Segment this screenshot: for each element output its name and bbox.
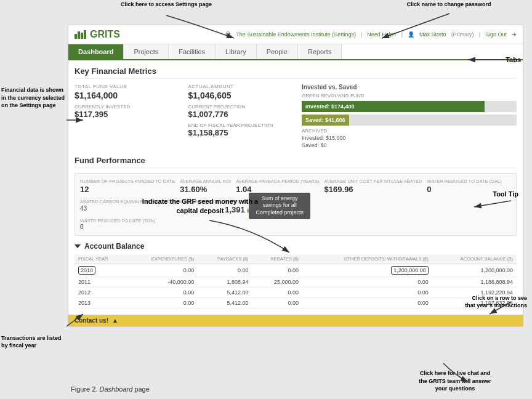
- perf-payback-label: AVERAGE PAYBACK PERIOD (YEARS): [236, 179, 319, 185]
- perf-water-label: WATER REDUCED TO DATE (GAL): [427, 179, 501, 185]
- fund-performance-section: NUMBER OF PROJECTS FUNDED TO DATE 12 AVE…: [75, 173, 517, 236]
- table-row[interactable]: 2010 0.00 0.00 0.00 1,200,000.00 1,200,0…: [75, 264, 517, 277]
- cell-payback: 1,808.94: [198, 277, 252, 288]
- main-ui-panel: GRITS 🏛 The Sustainable Endowments Insti…: [68, 25, 523, 327]
- cell-year: 2012: [75, 288, 127, 298]
- fund-perf-title: Fund Performance: [75, 156, 517, 168]
- col-expenditures: EXPENDITURES ($): [127, 254, 198, 264]
- annotation-password-text: Click name to change password: [406, 1, 491, 7]
- cell-payback: 5,412.00: [198, 288, 252, 298]
- signout-arrow-icon: ➜: [512, 31, 517, 38]
- tab-dashboard[interactable]: Dashboard: [68, 44, 124, 59]
- account-header: Account Balance: [75, 242, 517, 251]
- perf-projects: NUMBER OF PROJECTS FUNDED TO DATE 12: [80, 179, 175, 194]
- current-projection-value: $1,007,776: [188, 110, 296, 119]
- user-icon: 👤: [408, 31, 414, 38]
- invested-bar-label: Invested: $174,400: [305, 103, 355, 110]
- annotation-financial-text: Financial data is shown in the currency …: [1, 87, 65, 108]
- cell-rebate: 25,000.00: [252, 277, 302, 288]
- cell-year: 2013: [75, 298, 127, 308]
- perf-payback: AVERAGE PAYBACK PERIOD (YEARS) 1.04: [236, 179, 319, 194]
- grf-title: Invested vs. Saved: [302, 84, 517, 91]
- annotation-tooltip-text: Tool Tip: [493, 190, 518, 198]
- tab-people[interactable]: People: [257, 44, 298, 59]
- fiscal-year-circled: 2010: [78, 266, 95, 275]
- table-row[interactable]: 2012 0.00 5,412.00 0.00 0.00 1,192,220.9…: [75, 288, 517, 298]
- annotation-tooltip: Tool Tip: [493, 190, 518, 198]
- invested-bar-outer: Invested: $174,400: [302, 101, 517, 112]
- col-balance: ACCOUNT BALANCE ($): [432, 254, 517, 264]
- help-link[interactable]: Need Help?: [367, 31, 397, 38]
- invested-bar-container: Invested: $174,400: [302, 101, 517, 112]
- end-fiscal-label: END OF FISCAL YEAR PROJECTION: [188, 123, 296, 128]
- logo: GRITS: [75, 29, 120, 40]
- annotation-password: Click name to change password: [403, 1, 495, 9]
- metrics-grid: TOTAL FUND VALUE $1,164,000 CURRENTLY IN…: [75, 84, 517, 148]
- signout-link[interactable]: Sign Out: [485, 31, 507, 38]
- perf-unit-cost: AVERAGE UNIT COST PER MTCO₂E ABATED $169…: [324, 179, 422, 194]
- logo-bar-3: [81, 33, 83, 39]
- cell-exp: 0.00: [127, 264, 198, 277]
- saved-bar-outer: Saved: $41,606: [302, 115, 517, 126]
- figure-caption: Figure 2. Dashboard page: [71, 385, 150, 393]
- account-table: FISCAL YEAR EXPENDITURES ($) PAYBACKS ($…: [75, 254, 517, 308]
- app-header: GRITS 🏛 The Sustainable Endowments Insti…: [68, 25, 523, 44]
- collapse-icon[interactable]: [75, 244, 81, 248]
- contact-bar[interactable]: Contact us! ▲: [68, 315, 523, 326]
- perf-roi: AVERAGE ANNUAL ROI 31.60%: [180, 179, 231, 194]
- tab-library[interactable]: Library: [216, 44, 257, 59]
- contact-label: Contact us!: [75, 317, 108, 324]
- user-link[interactable]: Max Storto: [419, 31, 446, 38]
- perf-roi-label: AVERAGE ANNUAL ROI: [180, 179, 231, 185]
- annotation-chat: Click here for live chat and the GRITS t…: [415, 369, 495, 393]
- main-content: Key Financial Metrics TOTAL FUND VALUE $…: [68, 60, 523, 315]
- currently-invested-value: $117,395: [75, 110, 182, 119]
- perf-projects-value: 12: [80, 185, 175, 194]
- invested-bar-fill: Invested: $174,400: [302, 101, 485, 112]
- cell-other: 0.00: [302, 277, 432, 288]
- tab-projects[interactable]: Projects: [124, 44, 169, 59]
- cell-rebate: 0.00: [252, 264, 302, 277]
- perf-unit-cost-label: AVERAGE UNIT COST PER MTCO₂E ABATED: [324, 179, 422, 185]
- logo-bar-1: [75, 34, 77, 39]
- annotation-grf: Indicate the GRF seed money with a capit…: [142, 197, 259, 216]
- cell-year: 2011: [75, 277, 127, 288]
- other-deposit-circled: 1,200,000.00: [391, 266, 429, 275]
- cell-other: 0.00: [302, 288, 432, 298]
- header-right: 🏛 The Sustainable Endowments Institute (…: [225, 31, 517, 38]
- cell-payback: 0.00: [198, 264, 252, 277]
- institute-link[interactable]: The Sustainable Endowments Institute (Se…: [236, 31, 356, 38]
- user-badge: (Primary): [451, 31, 474, 38]
- currently-invested-label: CURRENTLY INVESTED: [75, 104, 182, 110]
- annotation-financial: Financial data is shown in the currency …: [1, 86, 66, 110]
- perf-unit-cost-value: $169.96: [324, 185, 422, 194]
- saved-bar-fill: Saved: $41,606: [302, 115, 349, 126]
- cell-exp: -40,000.00: [127, 277, 198, 288]
- tab-facilities[interactable]: Facilities: [169, 44, 216, 59]
- available-label: ACTUAL AMOUNT: [188, 84, 296, 89]
- key-metrics-title: Key Financial Metrics: [75, 66, 517, 79]
- total-fund-label: TOTAL FUND VALUE: [75, 84, 182, 89]
- waste-value: 0: [80, 224, 511, 230]
- col-rebates: REBATES ($): [252, 254, 302, 264]
- nav-tabs: Dashboard Projects Facilities Library Pe…: [68, 44, 523, 60]
- perf-water: WATER REDUCED TO DATE (GAL) 0: [427, 179, 501, 194]
- cell-exp: 0.00: [127, 298, 198, 308]
- institute-icon: 🏛: [225, 31, 231, 38]
- annotation-row-text: Click on a row to see that year's transa…: [465, 295, 527, 309]
- cell-year: 2010: [75, 264, 127, 277]
- logo-bars-icon: [75, 30, 86, 39]
- perf-projects-label: NUMBER OF PROJECTS FUNDED TO DATE: [80, 179, 175, 185]
- annotation-chat-text: Click here for live chat and the GRITS t…: [419, 370, 491, 392]
- col-paybacks: PAYBACKS ($): [198, 254, 252, 264]
- available-value: $1,046,605: [188, 91, 296, 100]
- cell-exp: 0.00: [127, 288, 198, 298]
- total-fund-col: TOTAL FUND VALUE $1,164,000 CURRENTLY IN…: [75, 84, 182, 148]
- table-header-row: FISCAL YEAR EXPENDITURES ($) PAYBACKS ($…: [75, 254, 517, 264]
- cell-rebate: 0.00: [252, 288, 302, 298]
- saved-bar-label: Saved: $41,606: [305, 117, 345, 123]
- table-row[interactable]: 2013 0.00 5,412.00 0.00 0.00 1,197,632.9…: [75, 298, 517, 308]
- table-row[interactable]: 2011 -40,000.00 1,808.94 25,000.00 0.00 …: [75, 277, 517, 288]
- annotation-tabs-text: Tabs: [506, 56, 521, 63]
- tab-reports[interactable]: Reports: [298, 44, 342, 59]
